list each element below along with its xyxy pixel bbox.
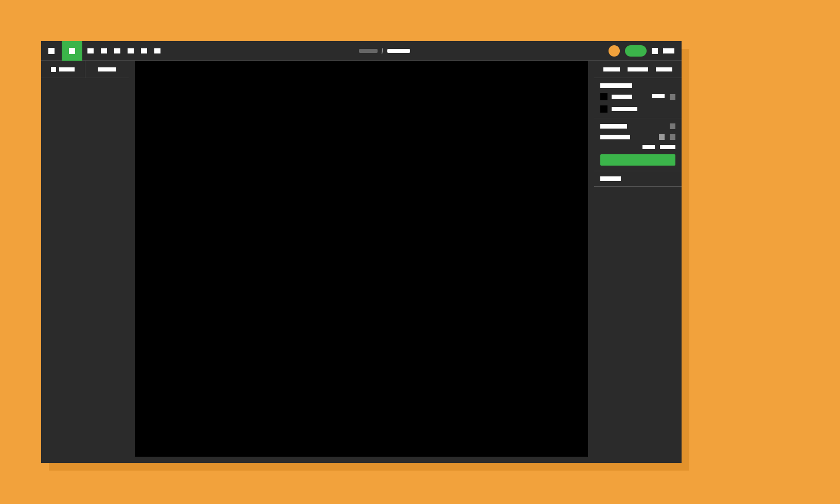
- shape-tool-button[interactable]: [101, 48, 107, 53]
- left-panel: [41, 61, 129, 463]
- hand-tool-button[interactable]: [141, 48, 147, 53]
- section-export: [594, 118, 682, 171]
- tab-prototype[interactable]: [628, 67, 648, 71]
- comments-title: [600, 176, 621, 181]
- export-suffix[interactable]: [642, 145, 655, 149]
- pen-tool-button[interactable]: [114, 48, 120, 53]
- zoom-control[interactable]: [663, 48, 674, 53]
- tab-layers-label: [59, 67, 75, 71]
- background-title: [600, 83, 632, 88]
- tab-layers[interactable]: [41, 61, 85, 78]
- user-avatar[interactable]: [609, 45, 620, 57]
- tab-design[interactable]: [603, 67, 620, 71]
- background-color-value[interactable]: [612, 95, 632, 99]
- layers-icon: [51, 67, 56, 72]
- breadcrumb[interactable]: /: [160, 47, 609, 55]
- background-visibility-toggle[interactable]: [670, 94, 675, 100]
- export-button[interactable]: [600, 154, 675, 166]
- share-button[interactable]: [625, 45, 647, 57]
- present-icon[interactable]: [652, 48, 658, 54]
- topbar-right: [609, 45, 682, 57]
- frame-tool-button[interactable]: [87, 48, 94, 53]
- export-format-value[interactable]: [660, 145, 675, 149]
- comment-tool-button[interactable]: [154, 48, 160, 53]
- tab-inspect[interactable]: [656, 67, 672, 71]
- topbar: /: [41, 41, 682, 61]
- left-panel-tabs: [41, 61, 129, 78]
- cursor-icon: [69, 48, 75, 54]
- export-preset[interactable]: [600, 135, 630, 139]
- app-window: /: [41, 41, 682, 463]
- move-tool-button[interactable]: [62, 41, 82, 61]
- section-background: [594, 78, 682, 118]
- export-add-icon[interactable]: [670, 123, 675, 129]
- background-remove-icon[interactable]: [600, 105, 607, 113]
- breadcrumb-project[interactable]: [359, 49, 378, 53]
- main-menu-button[interactable]: [41, 41, 62, 61]
- background-opacity[interactable]: [652, 94, 665, 98]
- right-panel-tabs: [594, 61, 682, 78]
- topbar-left: [41, 41, 160, 61]
- section-comments: [594, 171, 682, 187]
- right-panel: [594, 61, 682, 463]
- canvas-area: [129, 61, 594, 463]
- tool-buttons: [87, 48, 160, 53]
- text-tool-button[interactable]: [128, 48, 134, 53]
- background-row2: [612, 107, 637, 111]
- background-color-swatch[interactable]: [600, 93, 607, 100]
- export-scale-dropdown[interactable]: [659, 134, 665, 140]
- breadcrumb-page[interactable]: [387, 49, 410, 53]
- menu-icon: [48, 48, 55, 54]
- app-body: [41, 61, 682, 463]
- breadcrumb-separator: /: [382, 47, 384, 55]
- export-title: [600, 124, 627, 129]
- tab-assets-label: [98, 67, 116, 71]
- tab-assets[interactable]: [85, 61, 129, 78]
- export-format-dropdown[interactable]: [670, 134, 675, 140]
- canvas[interactable]: [135, 61, 588, 457]
